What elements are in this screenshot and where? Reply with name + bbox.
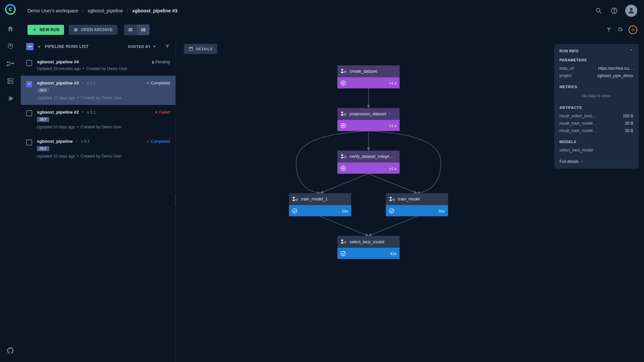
help-icon[interactable]: [610, 6, 619, 15]
status-badge: ⧗ Pending: [152, 60, 170, 64]
run-item[interactable]: xgboost_pipeline #3•v 0.1✓ Completed DEV…: [21, 76, 175, 105]
app-logo[interactable]: C: [4, 3, 17, 16]
play-icon[interactable]: [6, 94, 15, 103]
run-checkbox[interactable]: [26, 110, 32, 116]
filter-icon[interactable]: [606, 26, 612, 34]
svg-text:preprocess_dataset: preprocess_dataset: [350, 112, 386, 116]
full-details-link[interactable]: Full details →: [559, 159, 633, 164]
sidebar: C: [0, 0, 21, 362]
svg-text:train_model_1: train_model_1: [301, 197, 328, 201]
parameters-title: PARAMETERS: [559, 58, 633, 62]
metrics-empty: No data to show: [559, 92, 633, 100]
toolbar: NEW RUN OPEN ARCHIVE: [21, 21, 644, 39]
svg-text:create_dataset: create_dataset: [350, 69, 377, 74]
info-row[interactable]: result_select_best…150 B: [559, 112, 633, 120]
view-split-button[interactable]: [137, 24, 150, 35]
topbar: Demo User's workspace / xgboost_pipeline…: [21, 0, 644, 21]
pipeline-canvas[interactable]: DETAILS create_dataset >1 s preprocess_d…: [176, 39, 644, 362]
models-title: MODELS: [559, 140, 633, 144]
home-icon[interactable]: [6, 24, 15, 34]
svg-point-30: [341, 69, 343, 71]
chevron-down-icon[interactable]: ▼: [38, 45, 41, 49]
list-title: PIPELINE RUNS LIST: [45, 44, 89, 49]
run-item[interactable]: xgboost_pipeline #2•v 0.1✕ Failed DEV Up…: [21, 105, 175, 134]
svg-text:55s: 55s: [439, 209, 445, 213]
breadcrumb-pipeline[interactable]: xgboost_pipeline: [88, 8, 123, 13]
open-archive-button[interactable]: OPEN ARCHIVE: [69, 25, 117, 35]
svg-point-5: [7, 62, 8, 63]
details-button[interactable]: DETAILS: [184, 44, 217, 54]
new-run-button[interactable]: NEW RUN: [28, 25, 64, 35]
svg-rect-21: [632, 29, 633, 31]
gear-icon[interactable]: [617, 26, 623, 34]
view-toggle: [124, 24, 150, 35]
svg-point-11: [9, 82, 9, 83]
run-item[interactable]: xgboost_pipeline•v 0.1✓ Completed DEV Up…: [21, 134, 175, 163]
info-row[interactable]: data_urlhttps://archive.ics…: [559, 65, 633, 72]
graph-node[interactable]: preprocess_dataset >1 s: [337, 108, 399, 131]
run-item[interactable]: xgboost_pipeline #4⧗ Pending Updated 28 …: [21, 55, 175, 76]
svg-text:verify_dataset_integri…: verify_dataset_integri…: [350, 154, 393, 159]
svg-point-37: [341, 112, 343, 114]
svg-text:select_best_model: select_best_model: [350, 240, 384, 244]
svg-text:42s: 42s: [390, 252, 396, 256]
svg-rect-20: [143, 28, 145, 31]
status-badge: ✓ Completed: [146, 139, 170, 144]
status-badge: ✓ Completed: [146, 81, 170, 85]
svg-rect-22: [633, 29, 634, 31]
breadcrumb: Demo User's workspace / xgboost_pipeline…: [28, 8, 177, 13]
svg-rect-17: [128, 29, 132, 31]
pipeline-icon[interactable]: [6, 59, 15, 68]
user-avatar[interactable]: [625, 5, 637, 17]
svg-point-12: [596, 8, 600, 12]
search-icon[interactable]: [594, 6, 603, 15]
svg-text:>1 s: >1 s: [389, 124, 396, 128]
run-info-panel: RUN INFO ⌃ PARAMETERS data_urlhttps://ar…: [554, 44, 639, 169]
info-row[interactable]: select_best_model: [559, 146, 633, 154]
dev-tag: DEV: [37, 117, 49, 122]
info-row[interactable]: result_train_model…30 B: [559, 127, 633, 134]
svg-point-14: [614, 12, 614, 12]
breadcrumb-workspace[interactable]: Demo User's workspace: [28, 8, 78, 13]
status-badge: ✕ Failed: [155, 110, 170, 115]
brain-icon[interactable]: [6, 42, 15, 51]
svg-rect-19: [141, 28, 143, 31]
svg-rect-16: [128, 28, 132, 29]
svg-rect-18: [128, 31, 132, 31]
graph-node[interactable]: train_model_1 53s: [289, 193, 351, 216]
run-info-title: RUN INFO: [559, 49, 579, 53]
svg-point-44: [341, 154, 343, 156]
metrics-title: METRICS: [559, 85, 633, 89]
run-checkbox[interactable]: [26, 60, 32, 66]
dev-tag: DEV: [37, 146, 49, 151]
graph-node[interactable]: select_best_model 42s: [337, 236, 399, 259]
graph-node[interactable]: train_model 55s: [386, 193, 448, 216]
svg-point-51: [293, 197, 295, 199]
svg-rect-24: [189, 47, 193, 48]
breadcrumb-run: xgboost_pipeline #3: [132, 8, 177, 13]
svg-text:>1 s: >1 s: [389, 81, 396, 85]
svg-text:>1 s: >1 s: [389, 167, 396, 171]
info-row[interactable]: projectxgboost_pipe_demo: [559, 72, 633, 79]
pipeline-runs-list: ▼ PIPELINE RUNS LIST SORTED BY ▼ xgboost…: [21, 39, 176, 362]
graph-node[interactable]: verify_dataset_integri… >1 s: [337, 150, 399, 174]
filter-icon[interactable]: [165, 44, 170, 50]
graph-node[interactable]: create_dataset >1 s: [337, 65, 399, 88]
github-icon[interactable]: [6, 346, 15, 355]
run-checkbox[interactable]: [26, 139, 32, 145]
run-checkbox[interactable]: [26, 81, 32, 87]
svg-point-7: [13, 63, 14, 64]
svg-text:53s: 53s: [342, 209, 348, 213]
svg-point-15: [630, 8, 633, 11]
autorefresh-icon[interactable]: [629, 25, 637, 34]
collapse-icon[interactable]: ⌃: [630, 49, 633, 53]
dev-tag: DEV: [37, 88, 49, 93]
info-row[interactable]: result_train_model…30 B: [559, 120, 633, 127]
view-list-button[interactable]: [124, 24, 137, 35]
artifacts-title: ARTIFACTS: [559, 106, 633, 110]
sort-by-button[interactable]: SORTED BY ▼: [128, 45, 156, 49]
svg-point-58: [390, 197, 392, 199]
svg-point-65: [341, 239, 343, 241]
select-all-checkbox[interactable]: [26, 43, 34, 50]
server-icon[interactable]: [6, 76, 15, 86]
